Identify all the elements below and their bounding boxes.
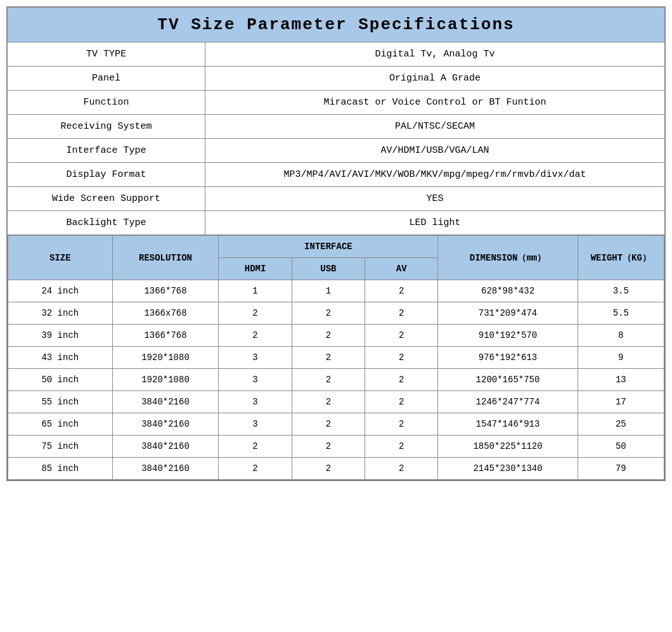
dimension-cell-6: 1547*146*913 bbox=[438, 413, 578, 435]
col-resolution-header: RESOLUTION bbox=[112, 236, 219, 280]
page-title: TV Size Parameter Specifications bbox=[7, 7, 665, 42]
dimension-cell-1: 731*209*474 bbox=[438, 302, 578, 325]
size-cell-8: 85 inch bbox=[8, 458, 113, 480]
usb-cell-0: 1 bbox=[292, 280, 365, 302]
av-cell-6: 2 bbox=[365, 413, 438, 435]
col-dimension-header: DIMENSION（mm） bbox=[438, 236, 578, 280]
av-cell-5: 2 bbox=[365, 391, 438, 413]
resolution-cell-3: 1920*1080 bbox=[112, 347, 219, 369]
hdmi-cell-6: 3 bbox=[219, 413, 292, 435]
size-cell-2: 39 inch bbox=[8, 325, 113, 347]
resolution-cell-0: 1366*768 bbox=[112, 280, 219, 302]
col-usb-header: USB bbox=[292, 258, 365, 280]
col-hdmi-header: HDMI bbox=[219, 258, 292, 280]
inner-size-table: SIZE RESOLUTION INTERFACE DIMENSION（mm） … bbox=[8, 235, 664, 480]
size-cell-4: 50 inch bbox=[8, 369, 113, 391]
size-cell-5: 55 inch bbox=[8, 391, 113, 413]
hdmi-cell-1: 2 bbox=[219, 302, 292, 325]
weight-cell-2: 8 bbox=[578, 325, 664, 347]
spec-row-0: TV TYPE Digital Tv, Analog Tv bbox=[7, 42, 665, 67]
hdmi-cell-4: 3 bbox=[219, 369, 292, 391]
av-cell-7: 2 bbox=[365, 435, 438, 458]
av-cell-0: 2 bbox=[365, 280, 438, 302]
size-data-row-1: 32 inch 1366x768 2 2 2 731*209*474 5.5 bbox=[8, 302, 664, 325]
weight-cell-7: 50 bbox=[578, 435, 664, 458]
dimension-cell-4: 1200*165*750 bbox=[438, 369, 578, 391]
hdmi-cell-5: 3 bbox=[219, 391, 292, 413]
col-weight-header: WEIGHT（KG） bbox=[578, 236, 664, 280]
weight-cell-4: 13 bbox=[578, 369, 664, 391]
spec-label-6: Wide Screen Support bbox=[7, 187, 205, 211]
dimension-cell-5: 1246*247*774 bbox=[438, 391, 578, 413]
usb-cell-4: 2 bbox=[292, 369, 365, 391]
dimension-cell-8: 2145*230*1340 bbox=[438, 458, 578, 480]
title-row: TV Size Parameter Specifications bbox=[7, 7, 665, 42]
col-interface-header: INTERFACE bbox=[219, 236, 438, 258]
size-cell-0: 24 inch bbox=[8, 280, 113, 302]
spec-label-0: TV TYPE bbox=[7, 42, 205, 67]
hdmi-cell-2: 2 bbox=[219, 325, 292, 347]
spec-value-4: AV/HDMI/USB/VGA/LAN bbox=[205, 139, 665, 163]
spec-value-3: PAL/NTSC/SECAM bbox=[205, 115, 665, 139]
resolution-cell-2: 1366*768 bbox=[112, 325, 219, 347]
spec-value-7: LED light bbox=[205, 211, 665, 235]
dimension-cell-3: 976*192*613 bbox=[438, 347, 578, 369]
size-table-container: SIZE RESOLUTION INTERFACE DIMENSION（mm） … bbox=[7, 235, 665, 481]
resolution-cell-1: 1366x768 bbox=[112, 302, 219, 325]
weight-cell-1: 5.5 bbox=[578, 302, 664, 325]
spec-row-3: Receiving System PAL/NTSC/SECAM bbox=[7, 115, 665, 139]
page-wrapper: TV Size Parameter Specifications TV TYPE… bbox=[0, 0, 672, 487]
weight-cell-3: 9 bbox=[578, 347, 664, 369]
usb-cell-8: 2 bbox=[292, 458, 365, 480]
usb-cell-3: 2 bbox=[292, 347, 365, 369]
size-data-row-4: 50 inch 1920*1080 3 2 2 1200*165*750 13 bbox=[8, 369, 664, 391]
dimension-cell-7: 1850*225*1120 bbox=[438, 435, 578, 458]
size-data-row-3: 43 inch 1920*1080 3 2 2 976*192*613 9 bbox=[8, 347, 664, 369]
spec-value-1: Original A Grade bbox=[205, 67, 665, 91]
dimension-cell-0: 628*98*432 bbox=[438, 280, 578, 302]
size-data-row-8: 85 inch 3840*2160 2 2 2 2145*230*1340 79 bbox=[8, 458, 664, 480]
main-table: TV Size Parameter Specifications TV TYPE… bbox=[6, 6, 666, 481]
spec-row-2: Function Miracast or Voice Control or BT… bbox=[7, 91, 665, 115]
spec-label-3: Receiving System bbox=[7, 115, 205, 139]
hdmi-cell-8: 2 bbox=[219, 458, 292, 480]
weight-cell-5: 17 bbox=[578, 391, 664, 413]
av-cell-3: 2 bbox=[365, 347, 438, 369]
weight-cell-0: 3.5 bbox=[578, 280, 664, 302]
usb-cell-5: 2 bbox=[292, 391, 365, 413]
spec-row-1: Panel Original A Grade bbox=[7, 67, 665, 91]
size-cell-7: 75 inch bbox=[8, 435, 113, 458]
resolution-cell-4: 1920*1080 bbox=[112, 369, 219, 391]
resolution-cell-6: 3840*2160 bbox=[112, 413, 219, 435]
dimension-cell-2: 910*192*570 bbox=[438, 325, 578, 347]
size-data-row-7: 75 inch 3840*2160 2 2 2 1850*225*1120 50 bbox=[8, 435, 664, 458]
hdmi-cell-3: 3 bbox=[219, 347, 292, 369]
spec-row-7: Backlight Type LED light bbox=[7, 211, 665, 235]
size-data-row-2: 39 inch 1366*768 2 2 2 910*192*570 8 bbox=[8, 325, 664, 347]
usb-cell-1: 2 bbox=[292, 302, 365, 325]
size-data-row-6: 65 inch 3840*2160 3 2 2 1547*146*913 25 bbox=[8, 413, 664, 435]
weight-cell-8: 79 bbox=[578, 458, 664, 480]
size-data-row-5: 55 inch 3840*2160 3 2 2 1246*247*774 17 bbox=[8, 391, 664, 413]
size-header-row1: SIZE RESOLUTION INTERFACE DIMENSION（mm） … bbox=[8, 236, 664, 258]
size-cell-1: 32 inch bbox=[8, 302, 113, 325]
av-cell-8: 2 bbox=[365, 458, 438, 480]
usb-cell-7: 2 bbox=[292, 435, 365, 458]
col-size-header: SIZE bbox=[8, 236, 113, 280]
hdmi-cell-0: 1 bbox=[219, 280, 292, 302]
size-table-row: SIZE RESOLUTION INTERFACE DIMENSION（mm） … bbox=[7, 235, 665, 481]
size-data-row-0: 24 inch 1366*768 1 1 2 628*98*432 3.5 bbox=[8, 280, 664, 302]
av-cell-1: 2 bbox=[365, 302, 438, 325]
resolution-cell-7: 3840*2160 bbox=[112, 435, 219, 458]
spec-label-4: Interface Type bbox=[7, 139, 205, 163]
col-av-header: AV bbox=[365, 258, 438, 280]
weight-cell-6: 25 bbox=[578, 413, 664, 435]
spec-label-1: Panel bbox=[7, 67, 205, 91]
spec-label-7: Backlight Type bbox=[7, 211, 205, 235]
av-cell-4: 2 bbox=[365, 369, 438, 391]
av-cell-2: 2 bbox=[365, 325, 438, 347]
spec-value-6: YES bbox=[205, 187, 665, 211]
usb-cell-6: 2 bbox=[292, 413, 365, 435]
hdmi-cell-7: 2 bbox=[219, 435, 292, 458]
usb-cell-2: 2 bbox=[292, 325, 365, 347]
